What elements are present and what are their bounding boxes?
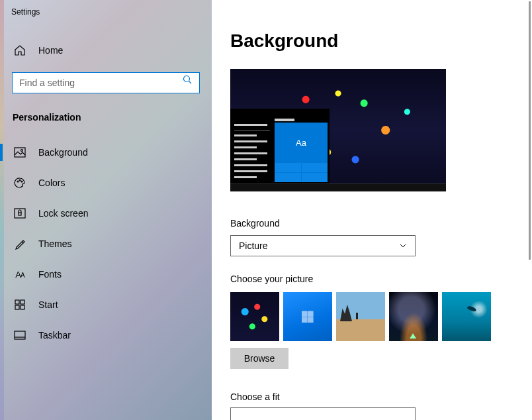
preview-taskbar	[230, 184, 446, 191]
picture-thumbnail-1[interactable]	[230, 292, 279, 341]
nav-label: Taskbar	[38, 330, 71, 341]
palette-icon	[14, 177, 26, 189]
svg-rect-11	[15, 305, 19, 309]
lock-screen-icon	[14, 207, 26, 219]
background-dropdown-value: Picture	[239, 240, 268, 251]
sidebar: Settings Home Personalization Background…	[0, 0, 212, 420]
svg-point-4	[17, 181, 19, 182]
picture-icon	[14, 146, 26, 158]
home-icon	[14, 44, 26, 56]
svg-rect-2	[15, 148, 25, 157]
nav-label: Fonts	[38, 269, 62, 280]
nav-label: Start	[38, 299, 58, 310]
start-icon	[14, 299, 26, 311]
svg-rect-10	[21, 300, 24, 304]
home-nav-item[interactable]: Home	[0, 35, 212, 66]
picture-thumbnail-4[interactable]	[389, 292, 438, 341]
search-container	[12, 72, 200, 93]
sidebar-item-lock-screen[interactable]: Lock screen	[0, 198, 212, 229]
svg-rect-8	[19, 213, 21, 215]
fit-dropdown[interactable]	[230, 407, 416, 420]
picture-thumbnail-2[interactable]	[283, 292, 332, 341]
preview-tile-group: Aa	[275, 123, 328, 182]
sidebar-item-themes[interactable]: Themes	[0, 229, 212, 259]
svg-point-3	[21, 150, 23, 152]
chevron-down-icon	[399, 242, 407, 250]
nav-label: Themes	[38, 238, 72, 249]
svg-rect-12	[21, 305, 24, 309]
sidebar-item-fonts[interactable]: AA Fonts	[0, 259, 212, 289]
svg-rect-13	[15, 331, 25, 339]
scrollbar[interactable]	[529, 1, 531, 260]
preview-start-list	[234, 124, 270, 182]
svg-rect-9	[15, 300, 19, 304]
section-header: Personalization	[0, 93, 212, 123]
themes-icon	[14, 238, 26, 250]
preview-sample-text: Aa	[275, 123, 328, 162]
fonts-icon: AA	[14, 268, 26, 280]
desktop-preview: Aa	[230, 69, 446, 191]
home-label: Home	[38, 45, 63, 56]
sidebar-item-background[interactable]: Background	[0, 137, 212, 168]
picture-thumbnail-3[interactable]	[336, 292, 385, 341]
svg-point-5	[19, 180, 21, 181]
background-dropdown-label: Background	[230, 218, 508, 229]
main-panel: Background Aa Background Picture Choose …	[212, 0, 532, 420]
sidebar-item-taskbar[interactable]: Taskbar	[0, 320, 212, 350]
window-title: Settings	[0, 0, 212, 17]
nav-label: Background	[38, 147, 88, 158]
nav-label: Colors	[38, 178, 65, 188]
picture-thumbnail-5[interactable]	[442, 292, 491, 341]
sidebar-item-start[interactable]: Start	[0, 289, 212, 320]
browse-button[interactable]: Browse	[230, 348, 288, 369]
preview-decoration	[275, 119, 294, 121]
choose-fit-label: Choose a fit	[230, 392, 508, 402]
svg-point-6	[21, 181, 22, 182]
background-dropdown[interactable]: Picture	[230, 235, 416, 256]
nav-label: Lock screen	[38, 208, 88, 219]
choose-picture-label: Choose your picture	[230, 274, 508, 284]
nav-list: Background Colors Lock screen Themes AA …	[0, 137, 212, 350]
taskbar-icon	[14, 329, 26, 341]
page-title: Background	[230, 30, 508, 52]
picture-thumbnails	[230, 292, 508, 341]
search-input[interactable]	[12, 72, 200, 93]
sidebar-item-colors[interactable]: Colors	[0, 168, 212, 198]
